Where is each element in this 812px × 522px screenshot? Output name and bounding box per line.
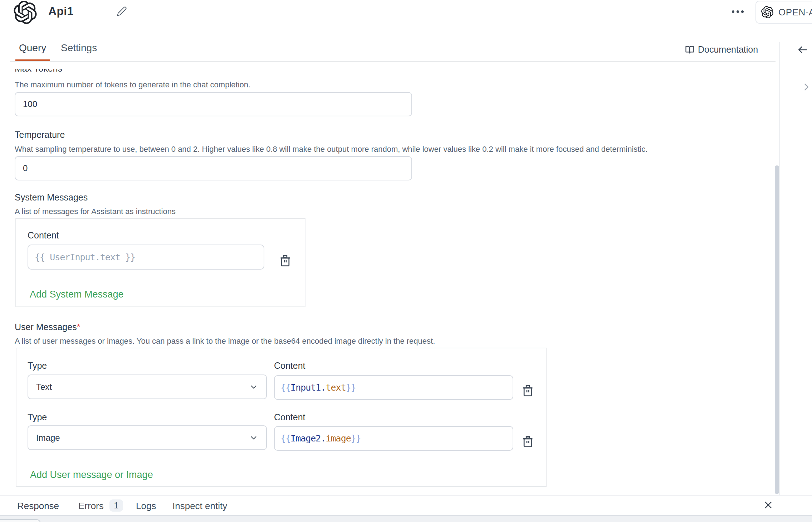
delete-user-message-button[interactable] [522,436,533,448]
user-message-content-input[interactable]: {{Image2.image}} [274,426,513,451]
user-message-content-input[interactable]: {{Input1.text}} [274,375,513,400]
type-select[interactable]: Image [28,425,267,450]
user-messages-description: A list of user messages or images. You c… [15,337,435,346]
tab-inspect-entity[interactable]: Inspect entity [172,501,227,512]
back-button[interactable] [797,44,808,55]
add-system-message-button[interactable]: Add System Message [30,289,124,300]
query-editor-panel: Api1 OPEN-A Query Settings Documentation… [0,0,812,522]
add-user-message-button[interactable]: Add User message or Image [30,469,153,480]
panel-divider [779,42,780,515]
ellipsis-icon [732,10,734,13]
system-messages-label: System Messages [15,192,88,203]
tab-errors[interactable]: Errors [78,501,104,512]
page-title: Api1 [48,5,74,18]
temperature-input[interactable] [15,156,412,180]
max-tokens-input[interactable] [15,92,412,116]
documentation-label: Documentation [698,44,758,55]
datasource-label: OPEN-A [778,7,812,18]
tab-response[interactable]: Response [17,501,59,512]
footer-strip [0,516,812,522]
required-asterisk: * [77,322,80,332]
trash-icon [280,255,291,267]
delete-system-message-button[interactable] [280,255,291,267]
datasource-chip[interactable]: OPEN-A [755,1,812,24]
preview-bar: Response Errors 1 Logs Inspect entity [0,495,812,516]
type-label: Type [28,412,47,422]
tab-settings[interactable]: Settings [61,42,97,54]
arrow-left-icon [797,44,808,55]
temperature-label: Temperature [15,130,65,140]
edit-title-button[interactable] [117,6,127,16]
close-icon [763,500,773,510]
user-messages-label: User Messages* [15,322,80,332]
chevron-right-icon [801,81,811,93]
chevron-down-icon [249,382,258,392]
query-form: Max Tokens The maximum number of tokens … [0,69,776,495]
system-messages-description: A list of messages for Assistant as inst… [15,207,176,216]
max-tokens-label: Max Tokens [15,69,62,74]
openai-logo-icon [761,6,773,18]
max-tokens-description: The maximum number of tokens to generate… [15,80,250,90]
expand-panel-button[interactable] [801,81,811,93]
system-message-content-input[interactable] [28,245,264,270]
system-messages-group: Content Add System Message [15,218,305,307]
tab-query[interactable]: Query [19,42,46,54]
errors-count-badge: 1 [109,499,123,512]
openai-logo-icon [14,1,37,24]
footer-corner-chip [0,519,41,522]
user-messages-group: Type Content Text {{Input1.text}} Type C… [16,348,547,487]
delete-user-message-button[interactable] [522,385,533,397]
documentation-link[interactable]: Documentation [685,44,758,55]
content-label: Content [274,412,305,422]
content-label: Content [274,361,305,371]
type-label: Type [28,361,47,371]
tab-logs[interactable]: Logs [136,501,156,512]
open-book-icon [685,45,695,55]
temperature-description: What sampling temperature to use, betwee… [15,145,647,154]
tabs-divider [10,61,776,62]
trash-icon [522,436,533,448]
trash-icon [522,385,533,397]
close-preview-button[interactable] [763,500,773,510]
type-select[interactable]: Text [28,374,267,399]
pencil-icon [117,6,127,16]
more-menu-button[interactable] [732,10,744,13]
content-label: Content [28,230,59,241]
chevron-down-icon [249,433,258,443]
